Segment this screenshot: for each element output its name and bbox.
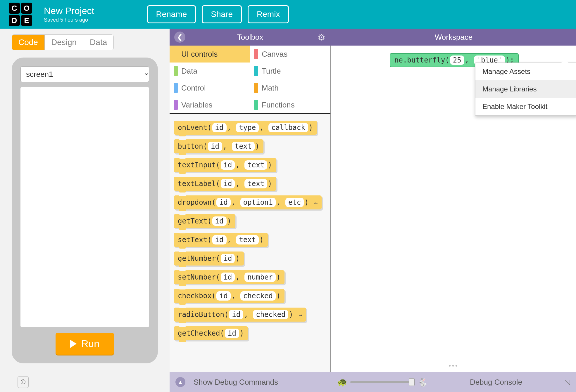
toolbox-block-onEvent[interactable]: onEvent(id, type, callback): [174, 121, 317, 135]
block-arg[interactable]: id: [221, 273, 235, 282]
category-math[interactable]: Math: [250, 79, 330, 96]
play-icon: [70, 340, 77, 348]
arrow-icon: ←: [314, 199, 318, 206]
run-label: Run: [81, 338, 99, 349]
block-arg[interactable]: text: [236, 235, 259, 244]
category-color-bar: [174, 49, 178, 59]
block-list[interactable]: onEvent(id, type, callback)button(id, te…: [170, 114, 330, 372]
panel-headers: ❮ Toolbox ⚙ Workspace: [170, 29, 576, 46]
debug-console-label: Debug Console: [470, 378, 522, 387]
speed-slider[interactable]: [350, 381, 415, 383]
menu-manage-assets[interactable]: Manage Assets: [475, 63, 576, 80]
turtle-icon: 🐢: [337, 377, 347, 387]
resize-handle-icon[interactable]: •••: [449, 362, 458, 369]
block-arg[interactable]: option1: [240, 198, 276, 207]
share-button[interactable]: Share: [202, 5, 242, 23]
category-label: Turtle: [262, 67, 281, 76]
block-arg[interactable]: id: [216, 291, 231, 301]
remix-button[interactable]: Remix: [248, 5, 289, 23]
block-arg[interactable]: checked: [253, 310, 288, 319]
block-arg[interactable]: callback: [268, 123, 308, 132]
debug-console-area: 🐢 🐇 Debug Console ◹: [331, 372, 576, 392]
block-arg[interactable]: id: [208, 142, 222, 151]
header-actions: Rename Share Remix: [147, 5, 289, 23]
toolbox-block-radioButton[interactable]: radioButton(id, checked) →: [174, 308, 306, 322]
saved-status: Saved 5 hours ago: [44, 17, 94, 23]
block-arg[interactable]: checked: [240, 291, 276, 301]
category-ui-controls[interactable]: UI controls: [170, 46, 250, 63]
toolbox-block-textLabel[interactable]: textLabel(id, text): [174, 177, 276, 191]
block-arg[interactable]: text: [244, 160, 267, 170]
phone-screen[interactable]: [20, 87, 149, 327]
logo-cell: D: [9, 15, 20, 26]
speed-slider-area: 🐢 🐇: [337, 377, 428, 387]
toolbox-block-getNumber[interactable]: getNumber(id): [174, 251, 244, 266]
main-area: Code Design Data screen1 Run ❮ Toolbox ⚙…: [0, 29, 576, 372]
block-arg[interactable]: id: [212, 123, 227, 132]
left-panel: Code Design Data screen1 Run: [0, 29, 170, 372]
block-arg[interactable]: text: [232, 142, 255, 151]
toolbox-block-checkbox[interactable]: checkbox(id, checked): [174, 289, 284, 303]
toolbox-block-setText[interactable]: setText(id, text): [174, 233, 268, 247]
toolbox-block-dropdown[interactable]: dropdown(id, option1, etc) ←: [174, 195, 322, 209]
category-canvas[interactable]: Canvas: [250, 46, 330, 63]
category-label: Variables: [181, 100, 212, 110]
block-arg[interactable]: type: [236, 123, 259, 132]
block-arg[interactable]: id: [221, 160, 235, 170]
toolbox-block-textInput[interactable]: textInput(id, text): [174, 158, 276, 172]
block-arg[interactable]: id: [221, 179, 235, 188]
back-icon[interactable]: ❮: [174, 32, 185, 43]
category-label: Control: [181, 84, 206, 93]
debug-commands-toggle[interactable]: ▲ Show Debug Commands: [170, 372, 331, 392]
screen-select[interactable]: screen1: [20, 66, 149, 82]
project-title: New Project: [44, 6, 94, 16]
category-data[interactable]: Data: [170, 63, 250, 79]
toolbox-block-getChecked[interactable]: getChecked(id): [174, 326, 248, 340]
category-label: Canvas: [262, 50, 287, 59]
block-arg[interactable]: id: [216, 198, 231, 207]
block-arg[interactable]: etc: [285, 198, 304, 207]
category-color-bar: [174, 83, 178, 93]
menu-manage-libraries[interactable]: Manage Libraries: [475, 80, 576, 98]
logo-cell: E: [21, 15, 32, 26]
block-arg[interactable]: number: [244, 273, 276, 282]
slider-thumb[interactable]: [409, 378, 415, 386]
toolbox-block-setNumber[interactable]: setNumber(id, number): [174, 270, 284, 284]
tab-code[interactable]: Code: [12, 35, 45, 50]
toolbox-title: Toolbox: [237, 33, 263, 42]
category-color-bar: [174, 66, 178, 76]
block-arg[interactable]: id: [212, 235, 227, 244]
block-arg[interactable]: id: [229, 310, 243, 319]
app-header: C O D E New Project Saved 5 hours ago Re…: [0, 0, 576, 29]
gear-icon[interactable]: ⚙: [318, 32, 325, 42]
copyright-area: ©: [0, 372, 170, 392]
toolbox: ⋮⋮⋮⋮ UI controls Canvas Data Turtle Cont…: [170, 46, 331, 372]
panel-body: Manage Assets Manage Libraries Enable Ma…: [170, 46, 576, 372]
block-arg[interactable]: 25: [450, 55, 464, 65]
toolbox-block-button[interactable]: button(id, text): [174, 139, 263, 153]
workspace-title: Workspace: [435, 33, 473, 42]
category-variables[interactable]: Variables: [170, 96, 250, 113]
block-arg[interactable]: id: [225, 329, 239, 338]
category-control[interactable]: Control: [170, 79, 250, 96]
category-label: Functions: [262, 100, 295, 110]
tab-data[interactable]: Data: [83, 35, 113, 50]
block-fn-prefix: ne.butterfly(: [394, 56, 449, 64]
rename-button[interactable]: Rename: [147, 5, 196, 23]
category-color-bar: [254, 49, 258, 59]
block-sep: ,: [465, 56, 473, 64]
category-functions[interactable]: Functions: [250, 96, 330, 113]
run-button[interactable]: Run: [56, 333, 114, 355]
block-arg[interactable]: id: [212, 216, 227, 226]
category-label: Math: [262, 84, 279, 93]
workspace-header: Workspace: [331, 29, 576, 46]
menu-enable-maker[interactable]: Enable Maker Toolkit: [475, 98, 576, 115]
toolbox-block-getText[interactable]: getText(id): [174, 214, 235, 228]
clear-icon[interactable]: ◹: [564, 378, 570, 387]
block-arg[interactable]: text: [244, 179, 267, 188]
tab-design[interactable]: Design: [45, 35, 83, 50]
copyright-badge[interactable]: ©: [18, 376, 29, 388]
drag-handle-icon[interactable]: ⋮⋮⋮⋮: [170, 143, 173, 148]
block-arg[interactable]: id: [221, 254, 235, 263]
category-turtle[interactable]: Turtle: [250, 63, 330, 79]
